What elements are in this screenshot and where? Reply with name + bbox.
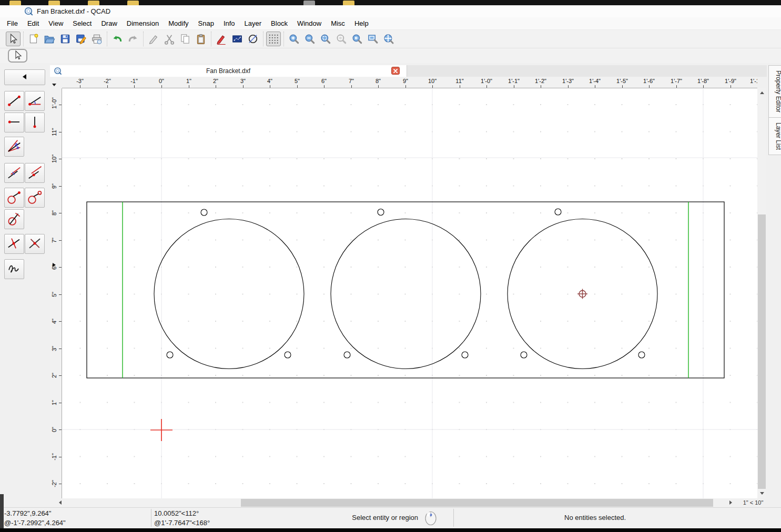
- line-angle-cross-button[interactable]: [25, 234, 45, 254]
- scroll-down-icon[interactable]: [760, 492, 764, 495]
- vertical-scrollbar[interactable]: [757, 88, 766, 498]
- vertical-scroll-thumb[interactable]: [758, 214, 766, 489]
- drawing-preferences-button[interactable]: [214, 32, 229, 46]
- main-toolbar: [0, 30, 781, 48]
- menu-select[interactable]: Select: [68, 17, 96, 29]
- h-ruler-tick: [378, 85, 379, 88]
- no-fill-button[interactable]: [246, 32, 260, 46]
- v-ruler-label: 11": [50, 128, 58, 136]
- ruler-corner: [50, 77, 62, 88]
- line-vertical-button[interactable]: [25, 112, 45, 132]
- line-two-points-button[interactable]: [4, 91, 24, 111]
- v-ruler-tick: [59, 321, 62, 322]
- line-angle-button[interactable]: [25, 91, 45, 111]
- polar-coordinate-display: 10.0052"<112° @1'-7.7647"<168°: [154, 509, 210, 528]
- redo-button[interactable]: [126, 32, 140, 46]
- line-parallel-through-point-button[interactable]: [25, 163, 45, 183]
- line-parallel-button[interactable]: [4, 163, 24, 183]
- zoom-in-button[interactable]: [287, 32, 301, 46]
- cut-button[interactable]: [162, 32, 177, 46]
- scroll-up-icon[interactable]: [760, 91, 764, 94]
- window-titlebar[interactable]: Fan Bracket.dxf - QCAD: [0, 5, 781, 17]
- menu-snap[interactable]: Snap: [194, 17, 219, 29]
- menu-dimension[interactable]: Dimension: [122, 17, 164, 29]
- new-file-button[interactable]: [26, 32, 41, 46]
- line-orthogonal-tangent-button[interactable]: [4, 209, 24, 229]
- h-ruler-label: 1'-3": [556, 78, 580, 84]
- tab-property-editor[interactable]: Property Editor: [768, 65, 781, 118]
- menu-layer[interactable]: Layer: [240, 17, 267, 29]
- zoom-out-icon: [304, 33, 316, 45]
- line-tangent-point-circle-button[interactable]: [4, 188, 24, 208]
- menu-draw[interactable]: Draw: [96, 17, 121, 29]
- grid-toggle-button[interactable]: [266, 32, 281, 46]
- tab-close-button[interactable]: [391, 67, 400, 75]
- menu-info[interactable]: Info: [219, 17, 240, 29]
- grid-toggle-icon: [268, 33, 279, 45]
- menu-misc[interactable]: Misc: [326, 17, 350, 29]
- cut-icon: [164, 33, 175, 45]
- command-hint: Select entity or region: [284, 514, 418, 521]
- undo-button[interactable]: [110, 32, 125, 46]
- menu-modify[interactable]: Modify: [164, 17, 193, 29]
- open-file-button[interactable]: [42, 32, 57, 46]
- zoom-selection-button[interactable]: [334, 32, 349, 46]
- save-file-button[interactable]: [58, 32, 73, 46]
- auto-zoom-button[interactable]: [318, 32, 333, 46]
- pan-button[interactable]: [381, 32, 396, 46]
- no-fill-icon: [247, 33, 259, 45]
- menu-edit[interactable]: Edit: [23, 17, 44, 29]
- h-ruler-label: 3": [231, 78, 255, 84]
- line-horizontal-icon: [6, 114, 22, 131]
- line-tangent-two-circles-button[interactable]: [25, 188, 45, 208]
- previous-view-button[interactable]: [350, 32, 364, 46]
- h-ruler-tick: [460, 85, 460, 88]
- scroll-right-icon[interactable]: [729, 500, 732, 505]
- line-bisector-button[interactable]: [4, 137, 24, 157]
- menu-block[interactable]: Block: [266, 17, 292, 29]
- tab-layer-list[interactable]: Layer List: [768, 117, 781, 155]
- zoom-out-button[interactable]: [302, 32, 317, 46]
- selection-tool-button[interactable]: [6, 32, 21, 46]
- menu-file[interactable]: File: [2, 17, 23, 29]
- h-ruler-tick: [351, 85, 352, 88]
- save-as-button[interactable]: [74, 32, 88, 46]
- horizontal-scroll-thumb[interactable]: [241, 499, 713, 507]
- line-orthogonal-button[interactable]: [4, 234, 24, 254]
- line-horizontal-button[interactable]: [4, 112, 24, 132]
- absolute-cartesian-coordinates: -3.7792",9.264": [4, 509, 66, 518]
- v-ruler-label: 1": [50, 398, 58, 407]
- menu-window[interactable]: Window: [292, 17, 326, 29]
- auto-zoom-icon: [320, 33, 331, 45]
- print-preview-button[interactable]: [89, 32, 104, 46]
- horizontal-scrollbar[interactable]: [50, 498, 740, 507]
- h-ruler-label: 2": [204, 78, 227, 84]
- line-freehand-button[interactable]: [4, 259, 24, 279]
- qcad-file-icon: [54, 67, 62, 75]
- h-ruler-tick: [243, 85, 244, 88]
- v-ruler-tick: [59, 213, 62, 213]
- zoom-window-button[interactable]: [366, 32, 380, 46]
- delete-icon: [148, 33, 159, 45]
- document-tab[interactable]: Fan Bracket.dxf: [50, 65, 407, 77]
- h-ruler-tick: [676, 85, 677, 88]
- open-file-icon: [44, 33, 55, 45]
- palette-back-button[interactable]: [4, 69, 45, 85]
- menu-bar: FileEditViewSelectDrawDimensionModifySna…: [0, 17, 781, 30]
- selection-settings-button[interactable]: [230, 32, 245, 46]
- scroll-left-icon[interactable]: [59, 500, 62, 505]
- menu-view[interactable]: View: [44, 17, 68, 29]
- delete-button[interactable]: [146, 32, 161, 46]
- drawing-canvas[interactable]: [62, 88, 757, 498]
- desktop-folder-icon: [127, 1, 139, 5]
- current-tool-button[interactable]: [8, 49, 27, 63]
- line-tangent-two-circles-icon: [27, 189, 43, 207]
- h-ruler-tick: [405, 85, 406, 88]
- copy-button[interactable]: [178, 32, 192, 46]
- menu-help[interactable]: Help: [350, 17, 373, 29]
- relative-polar-coordinates: @1'-7.7647"<168°: [154, 518, 210, 528]
- line-two-points-icon: [6, 93, 22, 110]
- paste-button[interactable]: [194, 32, 208, 46]
- v-ruler-label: -2": [50, 479, 58, 488]
- h-ruler-label: -2": [96, 78, 119, 84]
